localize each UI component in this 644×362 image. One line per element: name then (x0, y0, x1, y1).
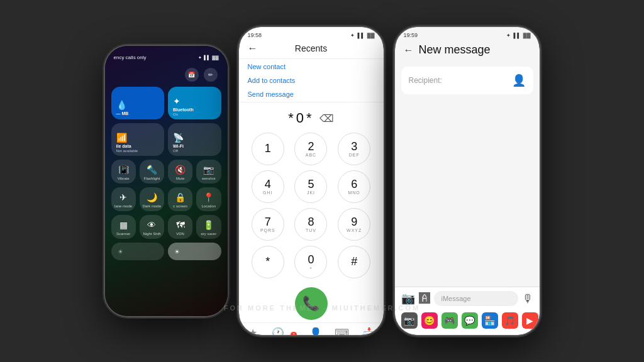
send-message-link[interactable]: Send message (248, 90, 375, 98)
brightness-row: ☀ ☀ (111, 243, 221, 260)
p3-battery-icon: ▓▓ (523, 33, 531, 38)
location-icon: 📍 (203, 192, 214, 202)
ctrl-row-1: 💧 — MB ✦ Bluetooth On (111, 87, 221, 119)
camera-icon[interactable]: 📷 (401, 292, 415, 305)
airplane-icon: ✈ (119, 192, 127, 202)
flashlight-icon: 🔦 (147, 165, 157, 175)
voicemail-icon: 📩 (363, 327, 375, 335)
vibrate-tile[interactable]: 📳 Vibrate (111, 160, 136, 184)
app-game[interactable]: 🎮 (441, 312, 458, 329)
message-input[interactable]: iMessage (434, 291, 518, 306)
apps-icon[interactable]: 🅰 (419, 292, 430, 305)
nav-keypad[interactable]: ⌨ Keypad (335, 327, 350, 335)
dial-key-2[interactable]: 2ABC (294, 133, 327, 165)
app-store[interactable]: 🏪 (482, 312, 498, 329)
flashlight-tile[interactable]: 🔦 Flashlight (140, 160, 164, 184)
brightness-high[interactable]: ☀ (168, 243, 221, 260)
mic-icon[interactable]: 🎙 (522, 292, 533, 305)
app-messages[interactable]: 💬 (462, 312, 478, 329)
p2-status-bar: 19:58 ✦ ▌▌ ▓▓ (239, 27, 384, 41)
battery-saver-tile[interactable]: 🔋 ery saver (196, 215, 221, 239)
p3-signal-icon: ▌▌ (513, 33, 520, 38)
add-to-contacts-link[interactable]: Add to contacts (248, 77, 375, 84)
p2-signal-icon: ▌▌ (357, 33, 364, 38)
dial-key-3[interactable]: 3DEF (338, 133, 370, 165)
p3-time: 19:59 (404, 32, 418, 38)
p3-status-icons: ✦ ▌▌ ▓▓ (506, 33, 530, 38)
app-animoji[interactable]: 😊 (421, 312, 438, 329)
dial-key-6[interactable]: 6MNO (338, 170, 370, 203)
p3-back-button[interactable]: ← (404, 45, 414, 56)
data-icon: 💧 (116, 100, 127, 110)
ctrl-row-4: ✈ lane mode 🌙 Dark mode 🔒 c screen 📍 Loc… (111, 187, 221, 211)
p3-header: ← New message (395, 41, 540, 62)
mute-icon: 🔇 (175, 165, 186, 175)
p2-links: New contact Add to contacts Send message (239, 59, 384, 102)
mute-tile[interactable]: 🔇 Mute (168, 160, 192, 184)
status-bar-p1: ency calls only ✦ ▌▌ ▓▓ (111, 53, 221, 62)
calendar-icon[interactable]: 📅 (185, 68, 199, 82)
dial-key-1[interactable]: 1 (252, 133, 284, 165)
lockscreen-tile[interactable]: 🔒 c screen (168, 187, 192, 211)
recipient-box[interactable]: Recipient: 👤 (401, 67, 533, 94)
dial-key-star[interactable]: * (252, 246, 284, 278)
app-camera[interactable]: 📷 (401, 312, 418, 329)
p3-title: New message (419, 43, 491, 57)
ctrl-row-3: 📳 Vibrate 🔦 Flashlight 🔇 Mute 📷 eenshot (111, 160, 221, 184)
dial-key-5[interactable]: 5JKI (294, 170, 327, 203)
p2-title: Recents (295, 43, 327, 53)
dial-key-7[interactable]: 7PQRS (252, 208, 284, 241)
p2-back-button[interactable]: ← (248, 43, 258, 54)
p1-top-bar: 📅 ✏ (111, 65, 221, 83)
phone-control-center: ency calls only ✦ ▌▌ ▓▓ 📅 ✏ (105, 46, 228, 316)
signal-icon: ▌▌ (204, 55, 210, 60)
dial-key-9[interactable]: 9WXYZ (338, 208, 370, 241)
dialer-number: *0* (288, 110, 314, 126)
nav-recents[interactable]: 🕐 1 Recents (272, 327, 297, 335)
dial-key-0[interactable]: 0+ (294, 246, 327, 278)
messages-screen: 19:59 ✦ ▌▌ ▓▓ ← New message Recipient: 👤 (395, 27, 540, 335)
airplane-tile[interactable]: ✈ lane mode (111, 187, 136, 211)
scanner-tile[interactable]: ▦ Scanner (111, 215, 136, 239)
battery-saver-icon: 🔋 (203, 220, 214, 230)
p2-time: 19:58 (248, 32, 262, 38)
phone-messages: 19:59 ✦ ▌▌ ▓▓ ← New message Recipient: 👤 (395, 27, 540, 335)
lock-icon: 🔒 (175, 192, 186, 202)
recents-icon: 🕐 (272, 327, 284, 335)
vibrate-icon: 📳 (118, 165, 129, 175)
app-music[interactable]: 🎵 (502, 312, 518, 329)
data-tile[interactable]: 💧 — MB (111, 87, 165, 119)
darkmode-tile[interactable]: 🌙 Dark mode (140, 187, 164, 211)
location-tile[interactable]: 📍 Location (196, 187, 221, 211)
battery-icon: ▓▓ (212, 55, 218, 60)
contacts-icon: 👤 (309, 327, 322, 335)
nav-voicemail[interactable]: 📩 Voicemail (360, 327, 379, 335)
wifi-tile[interactable]: 📡 Wi-Fi Off (168, 123, 221, 156)
nav-favorites[interactable]: ★ Favorites (244, 327, 262, 335)
dial-key-8[interactable]: 8TUV (294, 208, 327, 241)
screenshot-tile[interactable]: 📷 eenshot (196, 160, 221, 184)
favorites-icon: ★ (248, 327, 257, 335)
nightshift-tile[interactable]: 👁 Night Shift (140, 215, 164, 239)
brightness-low[interactable]: ☀ (111, 243, 165, 260)
dial-key-hash[interactable]: # (338, 246, 370, 278)
call-button[interactable]: 📞 (295, 287, 328, 320)
signal-tile-icon: 📶 (116, 133, 127, 143)
delete-button[interactable]: ⌫ (319, 112, 334, 124)
recents-badge: 1 (291, 332, 297, 335)
recipient-person-icon: 👤 (512, 74, 526, 87)
dnd-tile[interactable]: 🗺 VDN (168, 215, 192, 239)
dial-key-4[interactable]: 4GHI (252, 170, 284, 203)
nav-contacts[interactable]: 👤 Contacts (307, 327, 325, 335)
p2-status-icons: ✦ ▌▌ ▓▓ (350, 33, 374, 38)
edit-icon[interactable]: ✏ (204, 68, 218, 82)
p3-bt-icon: ✦ (506, 33, 511, 38)
app-video[interactable]: ▶ (522, 312, 538, 329)
watermark: FOR MORE THEMES - MIUITHEMER.COM (224, 304, 420, 312)
new-contact-link[interactable]: New contact (248, 63, 375, 70)
p3-status-bar: 19:59 ✦ ▌▌ ▓▓ (395, 27, 540, 41)
status-label: ency calls only (114, 55, 147, 60)
keypad-icon: ⌨ (335, 327, 349, 335)
bluetooth-tile[interactable]: ✦ Bluetooth On (168, 87, 221, 119)
mobile-data-tile[interactable]: 📶 ile data Not available (111, 123, 165, 156)
